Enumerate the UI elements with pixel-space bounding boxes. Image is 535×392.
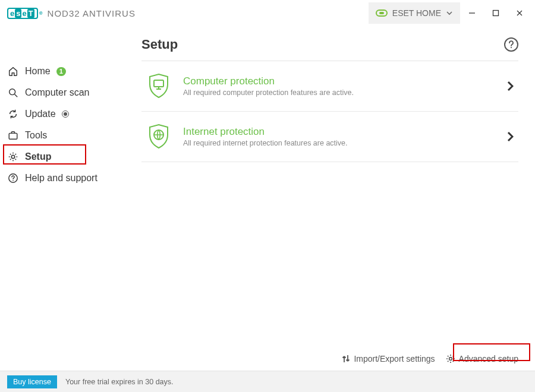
eset-home-label: ESET HOME	[392, 8, 441, 18]
status-bar: Buy license Your free trial expires in 3…	[0, 371, 535, 392]
sidebar-item-help[interactable]: Help and support	[0, 167, 125, 189]
card-subtitle: All required internet protection feature…	[183, 139, 348, 147]
svg-rect-0	[493, 11, 499, 16]
minimize-icon	[468, 10, 476, 17]
eset-home-dropdown[interactable]: ESET HOME	[369, 2, 460, 24]
sidebar-item-update[interactable]: Update	[0, 103, 125, 125]
chevron-right-icon	[506, 81, 514, 91]
question-icon	[508, 40, 515, 49]
advanced-setup-link[interactable]: Advanced setup	[446, 354, 518, 363]
shield-globe-icon	[146, 124, 171, 150]
update-indicator-icon	[62, 110, 69, 118]
gear-icon	[7, 151, 19, 162]
sidebar-item-label: Setup	[25, 151, 51, 162]
close-button[interactable]	[508, 2, 531, 24]
advanced-setup-label: Advanced setup	[459, 354, 518, 363]
sidebar: Home 1 Computer scan Update Tools	[0, 26, 125, 371]
sidebar-item-label: Help and support	[25, 173, 97, 184]
page-title: Setup	[141, 37, 178, 52]
eset-home-icon	[376, 10, 388, 17]
import-export-link[interactable]: Import/Export settings	[342, 354, 435, 363]
main-panel: Setup Computer protection All required c…	[125, 26, 535, 371]
buy-license-button[interactable]: Buy license	[7, 375, 57, 388]
refresh-icon	[7, 109, 19, 119]
svg-rect-2	[9, 133, 17, 139]
svg-point-6	[511, 47, 512, 48]
card-title: Internet protection	[183, 126, 348, 138]
sidebar-item-tools[interactable]: Tools	[0, 125, 125, 146]
svg-point-9	[449, 358, 452, 361]
transfer-icon	[342, 354, 350, 363]
chevron-right-icon	[506, 131, 514, 142]
sidebar-item-scan[interactable]: Computer scan	[0, 82, 125, 103]
sidebar-item-label: Tools	[25, 130, 47, 141]
briefcase-icon	[7, 130, 19, 141]
eset-logo: eseT®	[7, 8, 43, 19]
card-computer-protection[interactable]: Computer protection All required compute…	[141, 61, 518, 112]
sidebar-item-setup[interactable]: Setup	[0, 146, 125, 167]
help-icon	[7, 173, 19, 184]
sidebar-item-label: Home	[25, 66, 51, 77]
import-export-label: Import/Export settings	[354, 354, 435, 363]
shield-monitor-icon	[146, 73, 171, 99]
product-name: NOD32 ANTIVIRUS	[48, 8, 136, 18]
sidebar-item-label: Update	[25, 109, 56, 119]
card-subtitle: All required computer protection feature…	[183, 88, 354, 97]
svg-point-1	[10, 89, 15, 95]
search-icon	[7, 87, 19, 98]
home-icon	[7, 66, 19, 77]
maximize-icon	[492, 10, 499, 17]
chevron-down-icon	[446, 10, 453, 17]
gear-icon	[446, 354, 455, 363]
svg-rect-7	[154, 80, 163, 87]
card-internet-protection[interactable]: Internet protection All required interne…	[141, 112, 518, 162]
sidebar-item-label: Computer scan	[25, 87, 90, 98]
svg-point-3	[11, 155, 14, 158]
card-title: Computer protection	[183, 75, 354, 87]
trial-status-text: Your free trial expires in 30 days.	[65, 378, 174, 386]
svg-point-5	[12, 180, 14, 181]
home-badge: 1	[56, 67, 66, 76]
brand: eseT® NOD32 ANTIVIRUS	[7, 8, 136, 19]
minimize-button[interactable]	[460, 2, 484, 24]
maximize-button[interactable]	[484, 2, 508, 24]
help-button[interactable]	[504, 37, 518, 52]
close-icon	[516, 10, 523, 17]
sidebar-item-home[interactable]: Home 1	[0, 61, 125, 82]
